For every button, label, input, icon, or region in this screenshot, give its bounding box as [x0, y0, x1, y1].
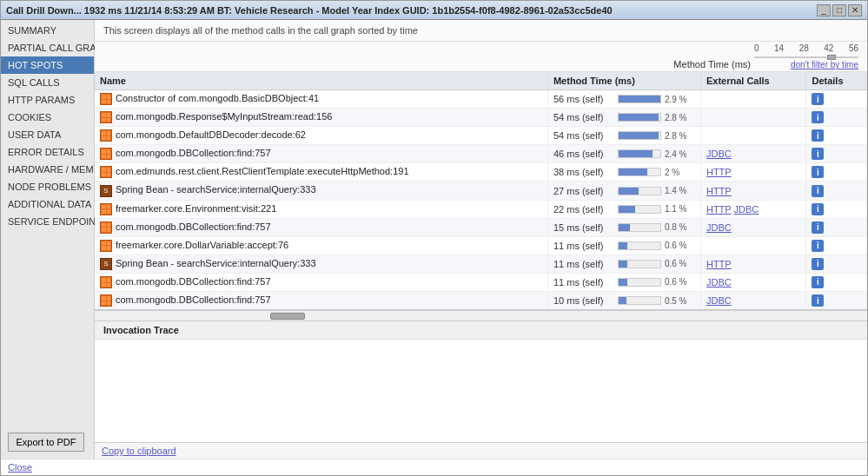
time-bar-fill [619, 279, 627, 286]
cell-external: JDBC [700, 292, 806, 310]
table-row: freemarker.core.DollarVariable:accept:76… [95, 236, 867, 255]
ms-value: 11 ms (self) [553, 259, 614, 269]
ms-value: 11 ms (self) [553, 277, 614, 288]
pct-value: 2 % [665, 168, 695, 177]
external-link[interactable]: HTTP [706, 167, 732, 177]
close-button[interactable]: ✕ [848, 4, 862, 17]
method-name: com.mongodb.DBCollection:find:757 [116, 294, 271, 305]
sidebar-item-user-data[interactable]: USER DATA [1, 126, 94, 143]
method-name: Spring Bean - searchService:internalQuer… [116, 258, 316, 268]
method-icon-orange [100, 294, 112, 307]
cell-time: 11 ms (self)0.6 % [547, 255, 700, 273]
cell-details: i [806, 127, 867, 145]
time-bar [618, 95, 661, 103]
cell-name: freemarker.core.Environment:visit:221 [95, 200, 547, 218]
method-name: com.mongodb.DBCollection:find:757 [116, 221, 271, 232]
ms-value: 54 ms (self) [553, 112, 614, 122]
time-bar [618, 223, 661, 232]
cell-time: 11 ms (self)0.6 % [547, 236, 700, 255]
external-link[interactable]: JDBC [706, 295, 732, 306]
sidebar-item-http-params[interactable]: HTTP PARAMS [1, 91, 94, 109]
info-button[interactable]: i [812, 294, 824, 307]
close-link[interactable]: Close [8, 462, 32, 473]
filter-link[interactable]: don't filter by time [754, 60, 858, 69]
info-button[interactable]: i [812, 93, 824, 105]
cell-details: i [806, 255, 867, 273]
external-link[interactable]: JDBC [706, 222, 732, 233]
cell-external [700, 90, 806, 109]
sidebar-item-error-details[interactable]: ERROR DETAILS [1, 143, 94, 161]
titlebar-title: Call Drill Down... 1932 ms 11/21/14 8:53… [6, 5, 613, 16]
method-name: Constructor of com.mongodb.BasicDBObject… [116, 93, 319, 103]
copy-to-clipboard-link[interactable]: Copy to clipboard [102, 446, 176, 456]
sidebar-item-hardware---mem[interactable]: HARDWARE / MEM [1, 161, 94, 178]
time-bar-fill [619, 242, 627, 249]
method-name: freemarker.core.Environment:visit:221 [116, 203, 276, 214]
info-button[interactable]: i [812, 258, 824, 270]
pct-value: 2.8 % [665, 131, 695, 141]
info-button[interactable]: i [812, 166, 824, 178]
time-bar-fill [619, 114, 659, 121]
minimize-button[interactable]: _ [817, 4, 831, 17]
external-link[interactable]: HTTP [706, 186, 732, 196]
sidebar-item-cookies[interactable]: COOKIES [1, 109, 94, 126]
cell-name: com.mongodb.DefaultDBDecoder:decode:62 [95, 127, 547, 145]
info-button[interactable]: i [812, 148, 824, 160]
invocation-body[interactable] [95, 340, 867, 442]
cell-external: JDBC [700, 145, 806, 163]
export-pdf-button[interactable]: Export to PDF [8, 433, 84, 452]
sidebar-item-node-problems[interactable]: NODE PROBLEMS [1, 178, 94, 195]
col-external-calls: External Calls [700, 72, 806, 90]
time-bar [618, 241, 661, 250]
cell-external: JDBC [700, 218, 806, 236]
time-bar [618, 113, 661, 122]
table-container[interactable]: Name Method Time (ms) External Calls Det… [95, 72, 867, 310]
ms-value: 22 ms (self) [553, 204, 614, 215]
external-link[interactable]: HTTP [706, 259, 732, 269]
cell-details: i [806, 145, 867, 163]
maximize-button[interactable]: □ [832, 4, 846, 17]
cell-name: com.edmunds.rest.client.RestClientTempla… [95, 163, 547, 182]
info-button[interactable]: i [812, 276, 824, 288]
horizontal-scrollbar[interactable] [95, 310, 867, 321]
sidebar-item-hot-spots[interactable]: HOT SPOTS [1, 56, 94, 74]
info-button[interactable]: i [812, 129, 824, 142]
external-link[interactable]: JDBC [706, 277, 732, 288]
sidebar-item-service-endpoints[interactable]: SERVICE ENDPOINTS [1, 213, 94, 230]
cell-name: com.mongodb.DBCollection:find:757 [95, 145, 547, 163]
chart-tick: 56 [849, 43, 858, 53]
info-button[interactable]: i [812, 203, 824, 215]
table-row: com.mongodb.DBCollection:find:75711 ms (… [95, 273, 867, 291]
table-row: SSpring Bean - searchService:internalQue… [95, 182, 867, 200]
table-row: freemarker.core.Environment:visit:22122 … [95, 200, 867, 218]
chart-thumb[interactable] [827, 55, 836, 60]
cell-external [700, 127, 806, 145]
chart-ticks: 014284256 [754, 43, 858, 53]
time-bar-fill [619, 206, 635, 213]
ms-value: 27 ms (self) [553, 186, 614, 196]
close-section: Close [1, 459, 867, 475]
sidebar-item-additional-data[interactable]: ADDITIONAL DATA [1, 195, 94, 213]
info-button[interactable]: i [812, 111, 824, 123]
sidebar-item-summary[interactable]: SUMMARY [1, 22, 94, 39]
table-row: com.mongodb.DefaultDBDecoder:decode:6254… [95, 127, 867, 145]
external-link[interactable]: JDBC [706, 149, 732, 159]
chart-tick: 0 [754, 43, 759, 53]
cell-details: i [806, 292, 867, 310]
method-name: com.edmunds.rest.client.RestClientTempla… [116, 166, 409, 176]
info-button[interactable]: i [812, 221, 824, 234]
pct-value: 0.5 % [665, 296, 695, 306]
info-button[interactable]: i [812, 185, 824, 197]
method-icon-brown: S [100, 258, 112, 270]
table-row: com.mongodb.DBCollection:find:75710 ms (… [95, 292, 867, 310]
external-link[interactable]: HTTP [706, 204, 732, 215]
external-link-2[interactable]: JDBC [734, 204, 759, 215]
sidebar-item-sql-calls[interactable]: SQL CALLS [1, 74, 94, 91]
titlebar: Call Drill Down... 1932 ms 11/21/14 8:53… [1, 1, 867, 20]
chart-tick: 28 [799, 43, 809, 53]
col-method-time: Method Time (ms) [547, 72, 700, 90]
info-button[interactable]: i [812, 240, 824, 252]
hscroll-thumb[interactable] [270, 313, 305, 320]
cell-name: SSpring Bean - searchService:internalQue… [95, 182, 547, 200]
sidebar-item-partial-call-graph[interactable]: PARTIAL CALL GRAPH [1, 39, 94, 56]
